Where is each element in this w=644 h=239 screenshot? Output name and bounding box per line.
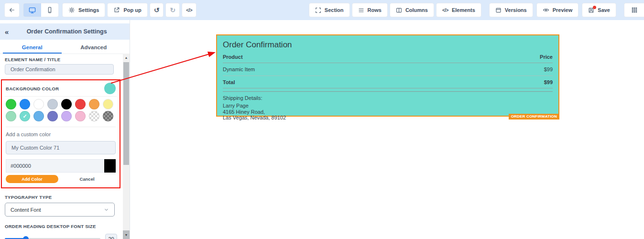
color-swatch[interactable] <box>6 99 16 109</box>
save-button[interactable]: Save <box>582 3 616 17</box>
color-swatch[interactable] <box>75 99 86 109</box>
typography-select-value: Content Font <box>11 207 41 213</box>
order-heading-font-size-label: ORDER HEADING DESKTOP FONT SIZE <box>5 224 119 229</box>
color-swatch[interactable] <box>75 111 86 121</box>
table-bottom-border <box>223 88 553 92</box>
color-swatch[interactable] <box>33 111 44 121</box>
slider-thumb[interactable] <box>23 236 29 239</box>
current-color-swatch[interactable] <box>104 83 116 94</box>
desktop-icon <box>29 7 36 14</box>
color-swatch[interactable] <box>89 99 99 109</box>
order-table-header: Product Price <box>223 50 553 63</box>
color-swatch[interactable] <box>103 111 113 121</box>
undo-icon: ↺ <box>154 7 160 13</box>
color-swatch[interactable]: ✓ <box>20 111 30 121</box>
columns-button[interactable]: Columns <box>390 3 434 17</box>
color-swatch[interactable] <box>47 99 58 109</box>
custom-color-section: Add a custom color Add Color Cancel <box>6 127 116 183</box>
rows-button[interactable]: Rows <box>352 3 388 17</box>
section-button[interactable]: Section <box>309 3 350 17</box>
color-swatch-grid: ✓ <box>6 99 116 121</box>
color-swatch[interactable] <box>61 99 72 109</box>
hex-color-input[interactable] <box>6 159 104 173</box>
eye-icon <box>543 7 549 13</box>
scroll-up-icon[interactable]: ▲ <box>123 54 130 61</box>
color-swatch[interactable] <box>103 99 113 109</box>
color-swatch[interactable] <box>89 111 99 121</box>
tab-general[interactable]: General <box>3 43 62 54</box>
scroll-down-icon[interactable]: ▼ <box>123 230 130 239</box>
versions-label: Versions <box>505 7 527 13</box>
elements-button[interactable]: </> Elements <box>436 3 481 17</box>
shipping-line: Larry Page <box>223 103 553 109</box>
code-icon: </> <box>186 8 192 13</box>
scrollbar-thumb[interactable] <box>123 62 129 165</box>
sidebar-title: Order Confirmation Settings <box>9 28 125 35</box>
shipping-line: 4165 Hiney Road, <box>223 109 553 115</box>
save-label: Save <box>598 7 610 13</box>
product-column-header: Product <box>223 54 243 60</box>
sidebar-body: ELEMENT NAME / TITLE BACKGROUND COLOR ✓ … <box>0 54 123 239</box>
element-type-badge: ORDER CONFIRMATION <box>509 114 559 120</box>
color-swatch[interactable] <box>33 99 44 109</box>
order-total-row: Total $99 <box>223 76 553 88</box>
typography-select[interactable]: Content Font <box>5 203 115 217</box>
typography-type-label: TYPOGRAPHY TYPE <box>5 195 119 200</box>
element-name-label: ELEMENT NAME / TITLE <box>5 57 119 62</box>
columns-label: Columns <box>405 7 428 13</box>
cancel-button[interactable]: Cancel <box>58 176 116 182</box>
shipping-details: Shipping Details: Larry Page 4165 Hiney … <box>223 95 553 121</box>
font-size-value: 20 <box>105 234 117 239</box>
divider <box>5 96 117 97</box>
redo-icon: ↻ <box>170 7 175 13</box>
grid-icon <box>631 7 638 13</box>
total-label: Total <box>223 79 235 85</box>
section-corners-icon <box>315 7 321 13</box>
element-name-input[interactable] <box>5 64 114 75</box>
undo-button[interactable]: ↺ <box>150 3 164 17</box>
popup-label: Pop up <box>123 7 141 13</box>
background-color-annotation-box: BACKGROUND COLOR ✓ Add a custom color Ad… <box>1 79 120 188</box>
order-table-row: Dynamic Item $99 <box>223 63 553 76</box>
sidebar-scrollbar[interactable]: ▲ ▼ <box>123 54 130 239</box>
elements-label: Elements <box>452 7 475 13</box>
versions-icon <box>495 7 502 13</box>
order-box-title: Order Confirmation <box>223 40 553 50</box>
tab-advanced[interactable]: Advanced <box>65 43 123 54</box>
top-toolbar: Settings Pop up ↺ ↻ </> Section <box>0 0 644 20</box>
color-swatch[interactable] <box>6 111 16 121</box>
custom-color-name-input[interactable] <box>6 141 116 154</box>
editor-canvas: Order Confirmation Product Price Dynamic… <box>131 20 644 239</box>
add-color-button[interactable]: Add Color <box>6 175 58 183</box>
versions-button[interactable]: Versions <box>489 3 533 17</box>
item-price: $99 <box>544 66 553 72</box>
shipping-heading: Shipping Details: <box>223 95 553 101</box>
hex-color-preview <box>104 159 116 173</box>
color-swatch[interactable] <box>47 111 58 121</box>
settings-sidebar: « Order Confirmation Settings General Ad… <box>0 20 130 239</box>
back-button[interactable] <box>4 3 20 17</box>
apps-grid-button[interactable] <box>624 3 644 17</box>
order-confirmation-element[interactable]: Order Confirmation Product Price Dynamic… <box>216 34 559 117</box>
elements-code-icon: </> <box>442 8 448 13</box>
save-icon <box>588 7 594 13</box>
custom-color-label: Add a custom color <box>6 131 116 137</box>
desktop-view-button[interactable] <box>23 3 41 17</box>
code-button[interactable]: </> <box>182 3 196 17</box>
columns-icon <box>396 7 402 13</box>
mobile-view-button[interactable] <box>41 3 58 17</box>
color-swatch[interactable] <box>61 111 72 121</box>
redo-button[interactable]: ↻ <box>165 3 180 17</box>
item-name: Dynamic Item <box>223 66 255 72</box>
font-size-slider[interactable] <box>5 236 100 239</box>
rows-icon <box>358 7 364 13</box>
settings-button[interactable]: Settings <box>62 3 105 17</box>
chevron-down-icon <box>104 207 109 212</box>
preview-button[interactable]: Preview <box>536 3 579 17</box>
preview-label: Preview <box>553 7 573 13</box>
popup-button[interactable]: Pop up <box>107 3 147 17</box>
collapse-sidebar-icon[interactable]: « <box>5 28 9 35</box>
rows-label: Rows <box>368 7 382 13</box>
color-swatch[interactable] <box>20 99 30 109</box>
device-toggle <box>23 3 59 17</box>
